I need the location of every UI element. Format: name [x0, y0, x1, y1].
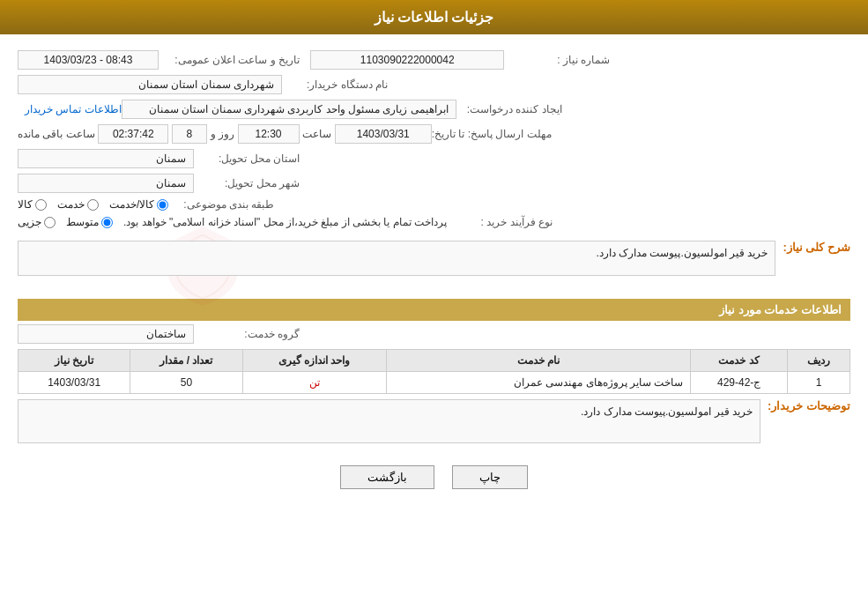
cell-date: 1403/03/31 [19, 372, 130, 394]
services-table: ردیف کد خدمت نام خدمت واحد اندازه گیری ت… [18, 349, 850, 394]
purchase-type-small[interactable]: جزیی [18, 216, 56, 228]
service-group-value: ساختمان [18, 324, 194, 344]
services-section-header: اطلاعات خدمات مورد نیاز [18, 299, 850, 321]
category-label-kala-khadamat: کالا/خدمت [109, 198, 154, 211]
category-option-kala-khadamat[interactable]: کالا/خدمت [109, 198, 168, 211]
buyer-org-value: شهرداری سمنان استان سمنان [18, 75, 282, 94]
reply-remaining-label: ساعت باقی مانده [18, 128, 95, 140]
announcement-datetime-value: 1403/03/23 - 08:43 [18, 50, 159, 70]
need-number-value: 1103090222000042 [310, 50, 504, 70]
reply-deadline-row: مهلت ارسال پاسخ: تا تاریخ: 1403/03/31 سا… [18, 124, 850, 144]
need-description-box: خرید قیر امولسیون.پیوست مدارک دارد. [18, 241, 775, 276]
need-number-label: شماره نیاز : [504, 54, 610, 66]
need-description-section: شرح کلی نیاز: خرید قیر امولسیون.پیوست مد… [18, 241, 850, 276]
service-group-row: گروه خدمت: ساختمان [18, 324, 850, 344]
cell-row-num: 1 [787, 372, 849, 394]
col-row-num: ردیف [787, 350, 849, 372]
city-row: شهر محل تحویل: سمنان [18, 174, 850, 193]
service-group-label: گروه خدمت: [194, 328, 300, 340]
purchase-type-label-small: جزیی [18, 216, 41, 228]
purchase-type-radio-small[interactable] [44, 217, 56, 228]
col-quantity: تعداد / مقدار [130, 350, 242, 372]
need-description-value: خرید قیر امولسیون.پیوست مدارک دارد. [18, 241, 775, 276]
cell-quantity: 50 [130, 372, 242, 394]
col-unit: واحد اندازه گیری [242, 350, 386, 372]
category-radio-khadamat[interactable] [87, 199, 99, 211]
category-label-khadamat: خدمت [57, 198, 85, 211]
need-description-label: شرح کلی نیاز: [783, 241, 850, 254]
purchase-type-radio-medium[interactable] [101, 217, 113, 228]
purchase-type-medium[interactable]: متوسط [66, 216, 113, 228]
main-info-section: شماره نیاز : 1103090222000042 تاریخ و سا… [18, 43, 850, 241]
cell-service-code: ج-42-429 [691, 372, 788, 394]
buyer-org-label: نام دستگاه خریدار: [282, 78, 388, 91]
watermark-area: A شرح کلی نیاز: خرید قیر امولسیون.پیوست … [18, 241, 850, 293]
table-header: ردیف کد خدمت نام خدمت واحد اندازه گیری ت… [19, 350, 850, 372]
table-header-row: ردیف کد خدمت نام خدمت واحد اندازه گیری ت… [19, 350, 850, 372]
contact-link[interactable]: اطلاعات تماس خریدار [25, 103, 122, 115]
page-wrapper: جزئیات اطلاعات نیاز شماره نیاز : 1103090… [0, 0, 868, 609]
category-radio-kala-khadamat[interactable] [157, 199, 168, 211]
announcement-label: تاریخ و ساعت اعلان عمومی: [159, 54, 300, 66]
creator-value: ابراهیمی زیاری مسئول واحد کاربردی شهردار… [122, 100, 456, 119]
cell-unit: تن [242, 372, 386, 394]
table-body: 1 ج-42-429 ساخت سایر پروژه‌های مهندسی عم… [19, 372, 850, 394]
reply-remaining: 02:37:42 [98, 124, 168, 144]
purchase-type-label: نوع فرآیند خرید : [447, 216, 553, 228]
category-label-kala: کالا [18, 198, 33, 211]
content-area: شماره نیاز : 1103090222000042 تاریخ و سا… [0, 34, 868, 511]
need-number-row: شماره نیاز : 1103090222000042 تاریخ و سا… [18, 50, 850, 70]
buyer-description-value: خرید قیر امولسیون.پیوست مدارک دارد. [18, 399, 760, 443]
province-label: استان محل تحویل: [194, 152, 300, 165]
cell-service-name: ساخت سایر پروژه‌های مهندسی عمران [386, 372, 691, 394]
buyer-description-section: توضیحات خریدار: خرید قیر امولسیون.پیوست … [18, 399, 850, 443]
city-label: شهر محل تحویل: [194, 177, 300, 189]
buyer-description-label: توضیحات خریدار: [768, 399, 850, 412]
buyer-org-row: نام دستگاه خریدار: شهرداری سمنان استان س… [18, 75, 850, 94]
col-service-name: نام خدمت [386, 350, 691, 372]
category-options: کالا/خدمت خدمت کالا [18, 198, 168, 211]
category-label: طبقه بندی موضوعی: [168, 198, 274, 211]
services-table-container: ردیف کد خدمت نام خدمت واحد اندازه گیری ت… [18, 349, 850, 394]
category-row: طبقه بندی موضوعی: کالا/خدمت خدمت کالا [18, 198, 850, 211]
table-row: 1 ج-42-429 ساخت سایر پروژه‌های مهندسی عم… [19, 372, 850, 394]
back-button[interactable]: بازگشت [340, 465, 434, 489]
purchase-type-row: نوع فرآیند خرید : پرداخت تمام یا بخشی از… [18, 216, 850, 228]
reply-days: 8 [172, 124, 207, 144]
category-option-kala[interactable]: کالا [18, 198, 47, 211]
page-title: جزئیات اطلاعات نیاز [375, 10, 494, 25]
button-row: چاپ بازگشت [18, 452, 850, 502]
buyer-description-box: خرید قیر امولسیون.پیوست مدارک دارد. [18, 399, 760, 443]
col-service-code: کد خدمت [691, 350, 788, 372]
category-radio-kala[interactable] [35, 199, 47, 211]
city-value: سمنان [18, 174, 194, 193]
page-header: جزئیات اطلاعات نیاز [0, 0, 868, 34]
purchase-type-label-medium: متوسط [66, 216, 99, 228]
province-value: سمنان [18, 149, 194, 168]
reply-time-label: ساعت [302, 128, 331, 140]
creator-row: ایجاد کننده درخواست: ابراهیمی زیاری مسئو… [18, 100, 850, 119]
print-button[interactable]: چاپ [452, 465, 528, 489]
category-option-khadamat[interactable]: خدمت [57, 198, 99, 211]
province-row: استان محل تحویل: سمنان [18, 149, 850, 168]
reply-deadline-label: مهلت ارسال پاسخ: تا تاریخ: [432, 128, 552, 140]
creator-label: ایجاد کننده درخواست: [456, 103, 562, 115]
reply-date: 1403/03/31 [335, 124, 432, 144]
reply-day-label: روز و [211, 128, 234, 140]
col-date: تاریخ نیاز [19, 350, 130, 372]
reply-time: 12:30 [238, 124, 300, 144]
